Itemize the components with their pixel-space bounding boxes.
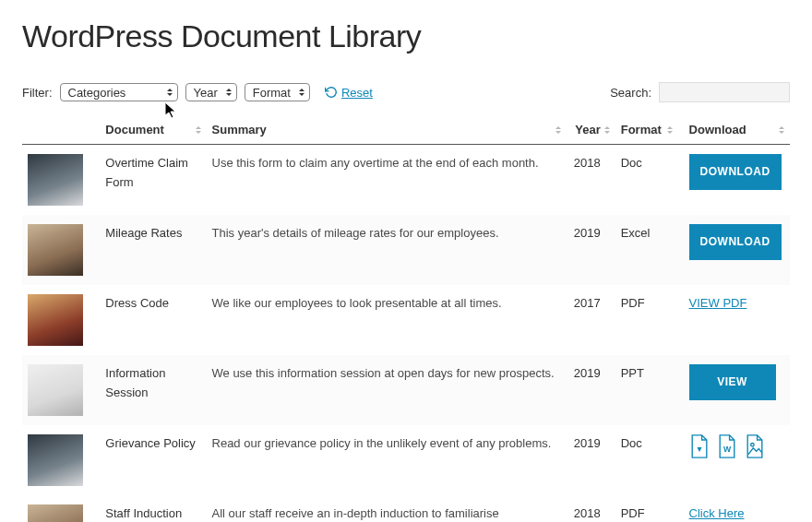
cell-year: 2017: [567, 285, 615, 355]
select-spinner-icon: [224, 84, 233, 101]
format-select-value: Format: [253, 86, 291, 100]
download-button[interactable]: DOWNLOAD: [689, 224, 782, 260]
cell-year: 2019: [567, 355, 615, 425]
sort-icon: [665, 115, 675, 144]
cell-year: 2019: [567, 425, 615, 495]
page-title: WordPress Document Library: [22, 18, 790, 54]
cell-download: DOWNLOAD: [678, 145, 790, 216]
reset-label: Reset: [341, 86, 373, 100]
col-format-header[interactable]: Format: [615, 115, 678, 145]
cell-format: PDF: [615, 285, 678, 355]
col-year-header[interactable]: Year: [567, 115, 615, 145]
thumbnail[interactable]: [28, 294, 83, 346]
cell-summary: We use this information session at open …: [207, 355, 567, 425]
cell-format: Doc: [615, 425, 678, 495]
controls-row: Filter: Categories Year Format Reset Sea…: [22, 82, 790, 102]
cell-download: DOWNLOAD: [678, 215, 790, 285]
categories-select[interactable]: Categories: [60, 83, 178, 101]
cell-download: VIEW: [678, 355, 790, 425]
cell-summary: Read our grievance policy in the unlikel…: [207, 425, 567, 495]
undo-icon: [325, 86, 338, 99]
cell-year: 2018: [567, 145, 615, 216]
filter-label: Filter:: [22, 86, 53, 100]
select-spinner-icon: [297, 84, 306, 101]
sort-icon: [554, 115, 563, 144]
sort-icon: [194, 115, 203, 144]
cell-year: 2018: [567, 495, 615, 522]
cell-format: Excel: [615, 215, 678, 285]
thumbnail[interactable]: [28, 504, 83, 522]
cell-document: Overtime Claim Form: [100, 145, 206, 216]
cell-summary: Use this form to claim any overtime at t…: [207, 145, 567, 216]
cell-summary: All our staff receive an in-depth induct…: [207, 495, 567, 522]
cell-document: Staff Induction Policy: [100, 495, 206, 522]
sort-icon: [603, 115, 612, 144]
table-row: Dress CodeWe like our employees to look …: [22, 285, 790, 355]
cell-year: 2019: [567, 215, 615, 285]
pdf-file-icon[interactable]: ▼: [689, 434, 710, 458]
download-link[interactable]: VIEW PDF: [689, 296, 747, 310]
thumbnail[interactable]: [28, 364, 83, 416]
cell-document: Information Session: [100, 355, 206, 425]
cell-document: Grievance Policy: [100, 425, 206, 495]
svg-text:▼: ▼: [695, 445, 703, 454]
download-link[interactable]: Click Here: [689, 506, 745, 520]
image-file-icon[interactable]: [745, 434, 765, 458]
format-select[interactable]: Format: [245, 83, 310, 101]
col-download-header[interactable]: Download: [678, 115, 790, 145]
download-button[interactable]: VIEW: [689, 364, 776, 400]
documents-table: Document Summary Year Format Download Ov…: [22, 115, 790, 522]
thumbnail[interactable]: [28, 434, 83, 486]
categories-select-value: Categories: [68, 86, 126, 100]
cell-format: PPT: [615, 355, 678, 425]
search-label: Search:: [610, 86, 651, 100]
cell-document: Mileage Rates: [100, 215, 206, 285]
table-row: Information SessionWe use this informati…: [22, 355, 790, 425]
select-spinner-icon: [165, 84, 174, 101]
cell-download: VIEW PDF: [678, 285, 790, 355]
sort-icon: [777, 115, 786, 144]
cell-format: Doc: [615, 145, 678, 216]
table-row: Grievance PolicyRead our grievance polic…: [22, 425, 790, 495]
cell-summary: We like our employees to look presentabl…: [207, 285, 567, 355]
cell-summary: This year's details of mileage rates for…: [207, 215, 567, 285]
thumbnail[interactable]: [28, 154, 83, 206]
table-row: Mileage RatesThis year's details of mile…: [22, 215, 790, 285]
svg-text:W: W: [722, 445, 731, 454]
cell-document: Dress Code: [100, 285, 206, 355]
thumbnail[interactable]: [28, 224, 83, 276]
col-document-header[interactable]: Document: [100, 115, 206, 145]
download-button[interactable]: DOWNLOAD: [689, 154, 782, 190]
cell-download: Click Here: [678, 495, 790, 522]
col-summary-header[interactable]: Summary: [207, 115, 567, 145]
table-row: Staff Induction PolicyAll our staff rece…: [22, 495, 790, 522]
svg-point-2: [750, 444, 753, 446]
col-thumb-header: [22, 115, 100, 145]
cell-download: ▼W: [678, 425, 790, 495]
word-file-icon[interactable]: W: [717, 434, 737, 458]
reset-link[interactable]: Reset: [325, 86, 373, 100]
year-select[interactable]: Year: [185, 83, 237, 101]
cell-format: PDF: [615, 495, 678, 522]
search-input[interactable]: [659, 82, 790, 102]
year-select-value: Year: [194, 86, 218, 100]
table-row: Overtime Claim FormUse this form to clai…: [22, 145, 790, 216]
